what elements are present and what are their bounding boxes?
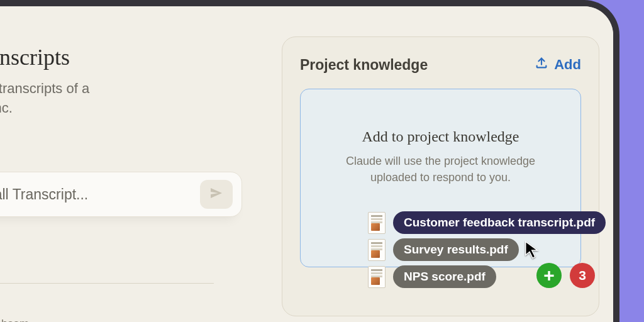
dropzone-description: Claude will use the project knowledge up… <box>301 153 580 186</box>
drag-file-row: Survey results.pdf <box>368 238 606 261</box>
file-chip: NPS score.pdf <box>393 265 496 288</box>
compose-input[interactable]: Customer Call Transcript... <box>0 186 194 203</box>
upload-icon <box>535 56 548 74</box>
file-icon <box>368 266 386 288</box>
drag-file-row: Customer feedback transcript.pdf <box>368 211 606 234</box>
compose-box[interactable]: Customer Call Transcript... <box>0 172 242 217</box>
divider <box>0 283 214 284</box>
panel-title: Project knowledge <box>300 57 428 74</box>
file-chip: Survey results.pdf <box>393 238 519 261</box>
project-description: ontains the call transcripts of a stomer… <box>0 79 242 118</box>
project-header: er Call Transcripts ontains the call tra… <box>0 44 242 152</box>
add-knowledge-button[interactable]: Add <box>535 56 581 74</box>
drop-allowed-badge: + <box>536 263 562 288</box>
drag-count-badge: 3 <box>570 263 595 288</box>
project-title: er Call Transcripts <box>0 44 242 70</box>
send-icon <box>209 186 224 203</box>
panel-header: Project knowledge Add <box>300 56 581 74</box>
file-chip: Customer feedback transcript.pdf <box>393 211 606 234</box>
file-icon <box>368 212 386 234</box>
file-icon <box>368 239 386 261</box>
send-button[interactable] <box>200 180 233 209</box>
cursor-icon <box>525 241 541 262</box>
conversation-name[interactable]: Ahsam <box>0 318 29 322</box>
add-label: Add <box>554 57 581 73</box>
dropzone-title: Add to project knowledge <box>301 128 580 145</box>
project-desc-line1: ontains the call transcripts of a <box>0 80 89 96</box>
project-desc-line2: stomer, Acme Inc. <box>0 100 13 116</box>
